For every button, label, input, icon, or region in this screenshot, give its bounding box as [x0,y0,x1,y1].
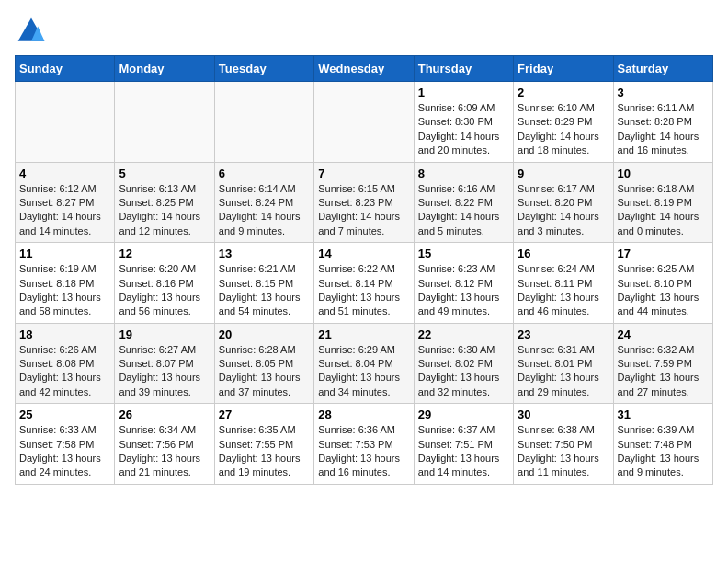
calendar-cell: 17Sunrise: 6:25 AMSunset: 8:10 PMDayligh… [613,243,712,324]
day-number: 2 [518,86,609,99]
day-info: Sunrise: 6:21 AMSunset: 8:15 PMDaylight:… [219,262,310,319]
calendar-cell: 24Sunrise: 6:32 AMSunset: 7:59 PMDayligh… [613,323,712,404]
day-info: Sunrise: 6:16 AMSunset: 8:22 PMDaylight:… [418,182,509,239]
day-number: 5 [119,167,210,180]
day-number: 8 [418,167,509,180]
weekday-header: Wednesday [314,56,414,82]
calendar-cell: 20Sunrise: 6:28 AMSunset: 8:05 PMDayligh… [214,323,313,404]
day-number: 17 [618,247,709,260]
calendar-cell [314,82,414,163]
day-info: Sunrise: 6:30 AMSunset: 8:02 PMDaylight:… [418,343,509,400]
calendar-week-row: 1Sunrise: 6:09 AMSunset: 8:30 PMDaylight… [16,82,713,163]
calendar-cell: 10Sunrise: 6:18 AMSunset: 8:19 PMDayligh… [613,162,712,243]
day-number: 7 [318,167,409,180]
calendar-cell: 22Sunrise: 6:30 AMSunset: 8:02 PMDayligh… [414,323,513,404]
calendar-week-row: 11Sunrise: 6:19 AMSunset: 8:18 PMDayligh… [16,243,713,324]
day-number: 21 [318,327,409,341]
calendar-cell: 12Sunrise: 6:20 AMSunset: 8:16 PMDayligh… [115,243,214,324]
calendar-cell: 8Sunrise: 6:16 AMSunset: 8:22 PMDaylight… [414,162,513,243]
calendar-cell: 16Sunrise: 6:24 AMSunset: 8:11 PMDayligh… [514,243,613,324]
calendar: SundayMondayTuesdayWednesdayThursdayFrid… [15,55,713,485]
day-number: 29 [418,408,509,421]
calendar-cell: 7Sunrise: 6:15 AMSunset: 8:23 PMDaylight… [314,162,414,243]
day-number: 10 [618,167,709,180]
day-info: Sunrise: 6:27 AMSunset: 8:07 PMDaylight:… [119,343,210,400]
calendar-cell: 25Sunrise: 6:33 AMSunset: 7:58 PMDayligh… [16,404,115,485]
day-info: Sunrise: 6:09 AMSunset: 8:30 PMDaylight:… [418,101,509,158]
logo-icon [15,15,48,48]
day-info: Sunrise: 6:22 AMSunset: 8:14 PMDaylight:… [318,262,409,319]
day-info: Sunrise: 6:28 AMSunset: 8:05 PMDaylight:… [219,343,310,400]
day-number: 14 [318,247,409,260]
calendar-cell: 5Sunrise: 6:13 AMSunset: 8:25 PMDaylight… [115,162,214,243]
day-number: 3 [618,86,709,99]
day-number: 19 [119,327,210,341]
day-info: Sunrise: 6:36 AMSunset: 7:53 PMDaylight:… [318,423,409,480]
day-number: 15 [418,247,509,260]
day-info: Sunrise: 6:19 AMSunset: 8:18 PMDaylight:… [19,262,110,319]
day-info: Sunrise: 6:12 AMSunset: 8:27 PMDaylight:… [19,182,110,239]
day-number: 26 [119,408,210,421]
day-number: 13 [219,247,310,260]
calendar-cell: 4Sunrise: 6:12 AMSunset: 8:27 PMDaylight… [16,162,115,243]
calendar-cell [115,82,214,163]
day-info: Sunrise: 6:32 AMSunset: 7:59 PMDaylight:… [618,343,709,400]
calendar-cell [214,82,313,163]
calendar-cell: 6Sunrise: 6:14 AMSunset: 8:24 PMDaylight… [214,162,313,243]
day-info: Sunrise: 6:11 AMSunset: 8:28 PMDaylight:… [618,101,709,158]
day-info: Sunrise: 6:17 AMSunset: 8:20 PMDaylight:… [518,182,609,239]
calendar-cell: 3Sunrise: 6:11 AMSunset: 8:28 PMDaylight… [613,82,712,163]
day-number: 20 [219,327,310,341]
calendar-cell: 2Sunrise: 6:10 AMSunset: 8:29 PMDaylight… [514,82,613,163]
day-number: 4 [19,167,110,180]
weekday-header: Sunday [16,56,115,82]
day-number: 22 [418,327,509,341]
day-info: Sunrise: 6:38 AMSunset: 7:50 PMDaylight:… [518,423,609,480]
weekday-header: Monday [115,56,214,82]
calendar-cell: 23Sunrise: 6:31 AMSunset: 8:01 PMDayligh… [514,323,613,404]
calendar-cell: 9Sunrise: 6:17 AMSunset: 8:20 PMDaylight… [514,162,613,243]
day-info: Sunrise: 6:39 AMSunset: 7:48 PMDaylight:… [618,423,709,480]
day-info: Sunrise: 6:34 AMSunset: 7:56 PMDaylight:… [119,423,210,480]
day-number: 24 [618,327,709,341]
day-number: 25 [19,408,110,421]
day-number: 6 [219,167,310,180]
calendar-cell: 30Sunrise: 6:38 AMSunset: 7:50 PMDayligh… [514,404,613,485]
calendar-week-row: 4Sunrise: 6:12 AMSunset: 8:27 PMDaylight… [16,162,713,243]
calendar-cell: 15Sunrise: 6:23 AMSunset: 8:12 PMDayligh… [414,243,513,324]
calendar-cell: 29Sunrise: 6:37 AMSunset: 7:51 PMDayligh… [414,404,513,485]
calendar-week-row: 25Sunrise: 6:33 AMSunset: 7:58 PMDayligh… [16,404,713,485]
day-info: Sunrise: 6:10 AMSunset: 8:29 PMDaylight:… [518,101,609,158]
calendar-cell: 11Sunrise: 6:19 AMSunset: 8:18 PMDayligh… [16,243,115,324]
day-number: 16 [518,247,609,260]
day-number: 31 [618,408,709,421]
day-info: Sunrise: 6:24 AMSunset: 8:11 PMDaylight:… [518,262,609,319]
day-number: 18 [19,327,110,341]
calendar-header-row: SundayMondayTuesdayWednesdayThursdayFrid… [16,56,713,82]
header [15,15,713,48]
day-info: Sunrise: 6:20 AMSunset: 8:16 PMDaylight:… [119,262,210,319]
day-info: Sunrise: 6:15 AMSunset: 8:23 PMDaylight:… [318,182,409,239]
calendar-cell: 13Sunrise: 6:21 AMSunset: 8:15 PMDayligh… [214,243,313,324]
day-info: Sunrise: 6:13 AMSunset: 8:25 PMDaylight:… [119,182,210,239]
calendar-cell [16,82,115,163]
logo [15,15,51,48]
calendar-cell: 28Sunrise: 6:36 AMSunset: 7:53 PMDayligh… [314,404,414,485]
day-info: Sunrise: 6:29 AMSunset: 8:04 PMDaylight:… [318,343,409,400]
day-number: 12 [119,247,210,260]
day-info: Sunrise: 6:26 AMSunset: 8:08 PMDaylight:… [19,343,110,400]
day-info: Sunrise: 6:37 AMSunset: 7:51 PMDaylight:… [418,423,509,480]
day-info: Sunrise: 6:18 AMSunset: 8:19 PMDaylight:… [618,182,709,239]
weekday-header: Tuesday [214,56,313,82]
calendar-cell: 31Sunrise: 6:39 AMSunset: 7:48 PMDayligh… [613,404,712,485]
day-number: 28 [318,408,409,421]
calendar-cell: 19Sunrise: 6:27 AMSunset: 8:07 PMDayligh… [115,323,214,404]
day-number: 9 [518,167,609,180]
weekday-header: Friday [514,56,613,82]
calendar-cell: 14Sunrise: 6:22 AMSunset: 8:14 PMDayligh… [314,243,414,324]
day-info: Sunrise: 6:23 AMSunset: 8:12 PMDaylight:… [418,262,509,319]
calendar-cell: 26Sunrise: 6:34 AMSunset: 7:56 PMDayligh… [115,404,214,485]
calendar-cell: 18Sunrise: 6:26 AMSunset: 8:08 PMDayligh… [16,323,115,404]
weekday-header: Saturday [613,56,712,82]
calendar-cell: 1Sunrise: 6:09 AMSunset: 8:30 PMDaylight… [414,82,513,163]
